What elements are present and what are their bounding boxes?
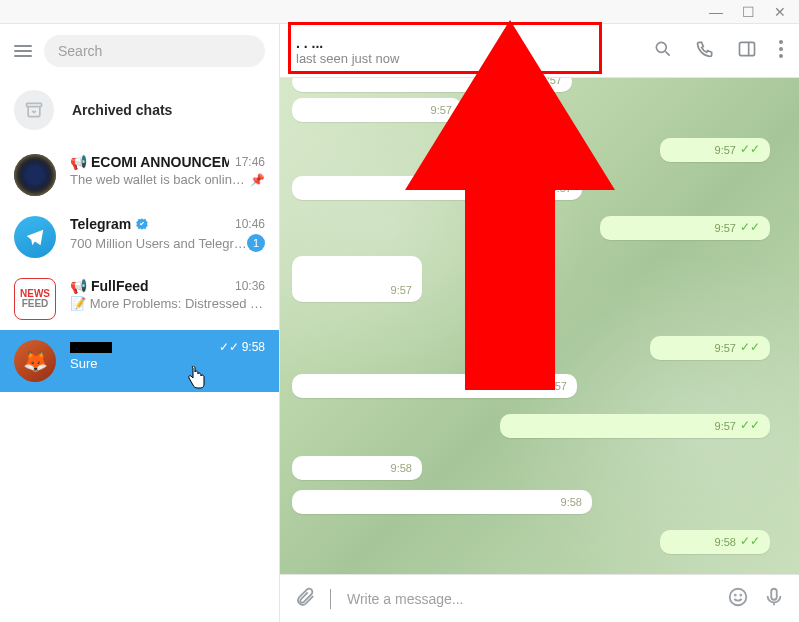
svg-point-8 (740, 594, 741, 595)
avatar: 🦊 (14, 340, 56, 382)
archived-label: Archived chats (72, 102, 172, 118)
message-time: 9:58 (715, 536, 736, 548)
svg-point-7 (735, 594, 736, 595)
attach-icon[interactable] (294, 586, 316, 612)
message-time: 9:57 (715, 420, 736, 432)
message-outgoing[interactable]: 9:58✓✓ (660, 530, 770, 554)
message-outgoing[interactable]: 9:57✓✓ (660, 138, 770, 162)
chat-list-item[interactable]: 📢 ECOMI ANNOUNCEME... 17:46 The web wall… (0, 144, 279, 206)
chat-body[interactable]: 9:579:579:57✓✓9:579:57✓✓9:579:57✓✓9:579:… (280, 78, 799, 574)
svg-point-3 (779, 40, 783, 44)
chat-title: 📢 ECOMI ANNOUNCEME... (70, 154, 229, 170)
menu-button[interactable] (14, 45, 32, 57)
message-time: 9:57 (391, 284, 412, 296)
chat-title (70, 342, 112, 353)
search-input[interactable]: Search (44, 35, 265, 67)
chat-preview: 700 Million Users and Telegra... (70, 236, 247, 251)
message-input[interactable] (347, 591, 713, 607)
message-incoming[interactable]: 9:57 (292, 98, 462, 122)
chat-header-name: . . ... (296, 35, 643, 51)
call-icon[interactable] (695, 39, 715, 63)
note-icon: 📝 (70, 296, 86, 311)
archived-chats[interactable]: Archived chats (0, 78, 279, 144)
read-checks-icon: ✓✓ (740, 534, 760, 548)
chat-header[interactable]: . . ... last seen just now (280, 24, 799, 78)
chat-title: 📢 FullFeed (70, 278, 149, 294)
message-input-bar (280, 574, 799, 622)
message-outgoing[interactable]: 9:57✓✓ (500, 414, 770, 438)
pin-icon: 📌 (250, 173, 265, 187)
message-time: 9:58 (561, 496, 582, 508)
message-outgoing[interactable]: 9:57✓✓ (650, 336, 770, 360)
text-cursor (330, 589, 331, 609)
avatar (14, 154, 56, 196)
read-checks-icon: ✓✓ (740, 220, 760, 234)
read-checks-icon: ✓✓ (740, 340, 760, 354)
message-incoming[interactable]: 9:57 (292, 256, 422, 302)
sidebar: Search Archived chats 📢 ECOMI ANNOUNCEME… (0, 24, 280, 622)
megaphone-icon: 📢 (70, 278, 87, 294)
emoji-icon[interactable] (727, 586, 749, 612)
svg-point-1 (656, 42, 666, 52)
window-titlebar: — ☐ ✕ (0, 0, 799, 24)
read-checks-icon: ✓✓ (740, 142, 760, 156)
unread-badge: 1 (247, 234, 265, 252)
close-button[interactable]: ✕ (773, 5, 787, 19)
message-incoming[interactable]: 9:57 (292, 176, 582, 200)
read-checks-icon: ✓✓ (740, 418, 760, 432)
avatar (14, 216, 56, 258)
message-time: 9:57 (715, 342, 736, 354)
message-time: 9:57 (715, 222, 736, 234)
message-incoming[interactable]: 9:58 (292, 490, 592, 514)
chat-list-item[interactable]: NEWSFEED 📢 FullFeed 10:36 📝 More Problem… (0, 268, 279, 330)
svg-rect-9 (771, 588, 777, 599)
archive-icon (14, 90, 54, 130)
chat-time: 10:36 (235, 279, 265, 293)
message-time: 9:57 (546, 380, 567, 392)
chat-time: 10:46 (235, 217, 265, 231)
chat-list-item-selected[interactable]: 🦊 ✓✓9:58 Sure (0, 330, 279, 392)
message-incoming[interactable]: 9:57 (292, 78, 572, 92)
chat-title: Telegram (70, 216, 149, 232)
chat-time: ✓✓9:58 (219, 340, 265, 354)
chat-header-status: last seen just now (296, 51, 643, 66)
svg-rect-0 (27, 103, 42, 106)
minimize-button[interactable]: — (709, 5, 723, 19)
sidepanel-icon[interactable] (737, 39, 757, 63)
megaphone-icon: 📢 (70, 154, 87, 170)
chat-preview: The web wallet is back online,... (70, 172, 246, 187)
maximize-button[interactable]: ☐ (741, 5, 755, 19)
chat-preview: Sure (70, 356, 97, 371)
chat-preview: 📝 More Problems: Distressed L... (70, 296, 265, 311)
search-icon[interactable] (653, 39, 673, 63)
read-checks-icon: ✓✓ (219, 340, 239, 354)
svg-point-6 (730, 588, 747, 605)
message-incoming[interactable]: 9:57 (292, 374, 577, 398)
message-outgoing[interactable]: 9:57✓✓ (600, 216, 770, 240)
message-time: 9:57 (541, 78, 562, 86)
avatar: NEWSFEED (14, 278, 56, 320)
svg-point-5 (779, 54, 783, 58)
chat-pane: . . ... last seen just now 9:579:579:57✓… (280, 24, 799, 622)
chat-list-item[interactable]: Telegram 10:46 700 Million Users and Tel… (0, 206, 279, 268)
message-time: 9:57 (715, 144, 736, 156)
message-time: 9:57 (551, 182, 572, 194)
more-icon[interactable] (779, 40, 783, 62)
mic-icon[interactable] (763, 586, 785, 612)
svg-point-4 (779, 47, 783, 51)
chat-time: 17:46 (235, 155, 265, 169)
svg-rect-2 (740, 42, 755, 55)
message-time: 9:58 (391, 462, 412, 474)
message-incoming[interactable]: 9:58 (292, 456, 422, 480)
verified-icon (135, 217, 149, 231)
message-time: 9:57 (431, 104, 452, 116)
